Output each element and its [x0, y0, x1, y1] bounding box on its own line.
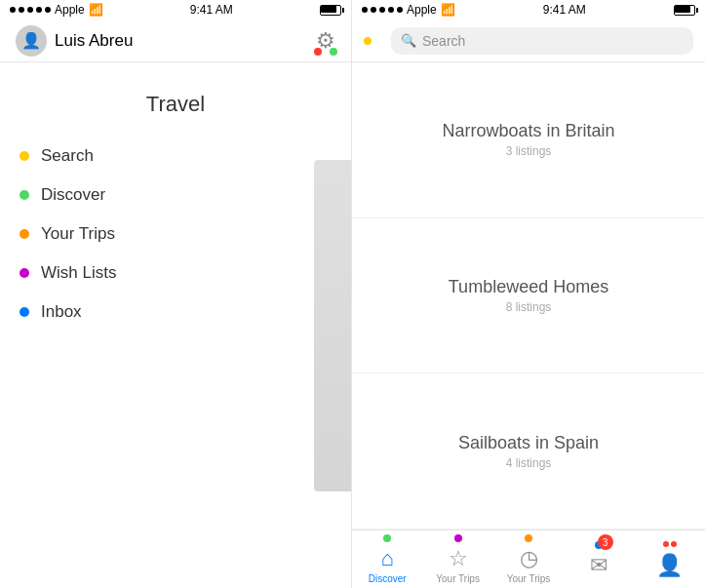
listing-count-tumbleweed: 8 listings [506, 300, 552, 314]
wish-lists-dot [20, 268, 29, 278]
search-dot [20, 151, 29, 161]
left-battery-icon [320, 5, 341, 16]
sidebar-content: Travel Search Discover Your Trips Wish L… [0, 62, 351, 588]
sidebar-item-search-label: Search [41, 146, 94, 166]
profile-dots [663, 541, 677, 549]
tab-your-trips-1-dot [454, 534, 462, 542]
right-panel: Apple 📶 9:41 AM 🔍 Search Narrowboats in … [352, 0, 705, 588]
left-carrier-area: Apple 📶 [10, 3, 103, 17]
right-signal-dots [362, 7, 403, 13]
sidebar-item-your-trips[interactable]: Your Trips [20, 215, 332, 254]
right-carrier-area: Apple 📶 [362, 3, 455, 17]
signal-dots [10, 7, 51, 13]
tab-inbox[interactable]: ✉ 3 [564, 530, 634, 588]
signal-dot-2 [19, 7, 24, 13]
left-wifi-icon: 📶 [89, 3, 103, 17]
listing-count-sailboats: 4 listings [506, 456, 552, 470]
discover-dot [20, 190, 29, 200]
your-trips-2-tab-icon: ◷ [520, 546, 538, 571]
header-green-dot [330, 48, 337, 56]
listing-item-narrowboats[interactable]: Narrowboats in Britain 3 listings [352, 62, 705, 218]
search-bar-row: 🔍 Search [352, 20, 705, 62]
tab-profile-dot-2 [671, 541, 677, 547]
right-wifi-icon: 📶 [441, 3, 455, 17]
right-time: 9:41 AM [543, 3, 586, 17]
search-bar[interactable]: 🔍 Search [391, 27, 693, 55]
sidebar-title: Travel [0, 92, 351, 117]
scroll-indicator [314, 160, 351, 491]
left-status-bar: Apple 📶 9:41 AM [0, 0, 351, 20]
battery-fill [321, 6, 336, 13]
sidebar-item-discover[interactable]: Discover [20, 176, 332, 215]
right-battery-icon [674, 5, 695, 16]
right-status-bar: Apple 📶 9:41 AM [352, 0, 705, 20]
user-name: Luis Abreu [55, 31, 133, 51]
listings-area: Narrowboats in Britain 3 listings Tumble… [352, 62, 705, 529]
left-header: 👤 Luis Abreu ⚙ [0, 20, 351, 62]
left-time: 9:41 AM [190, 3, 233, 17]
sidebar-item-search[interactable]: Search [20, 137, 332, 176]
listing-item-tumbleweed[interactable]: Tumbleweed Homes 8 listings [352, 218, 705, 374]
header-red-dot [314, 48, 322, 56]
right-signal-dot-4 [388, 7, 394, 13]
tab-profile-dot-1 [663, 541, 669, 547]
tab-bar: ⌂ Discover ☆ Your Trips ◷ Your Trips ✉ 3 [352, 529, 705, 588]
sidebar-item-inbox[interactable]: Inbox [20, 293, 332, 332]
signal-dot-3 [27, 7, 33, 13]
inbox-dot [20, 307, 29, 317]
profile-tab-icon: 👤 [656, 553, 683, 578]
listing-title-tumbleweed: Tumbleweed Homes [449, 277, 608, 297]
tab-discover-label: Discover [369, 573, 407, 584]
discover-tab-icon: ⌂ [381, 546, 394, 571]
search-icon: 🔍 [401, 33, 416, 48]
tab-discover[interactable]: ⌂ Discover [352, 530, 422, 588]
yellow-dot-top [364, 37, 372, 45]
avatar: 👤 [16, 25, 47, 57]
right-signal-dot-3 [379, 7, 385, 13]
your-trips-dot [20, 229, 29, 239]
avatar-icon: 👤 [21, 31, 41, 50]
right-signal-dot-1 [362, 7, 368, 13]
listing-title-narrowboats: Narrowboats in Britain [442, 121, 614, 141]
signal-dot-4 [36, 7, 42, 13]
left-carrier-name: Apple [55, 3, 85, 17]
left-panel: Apple 📶 9:41 AM 👤 Luis Abreu ⚙ Travel Se… [0, 0, 352, 588]
tab-your-trips-1-label: Your Trips [436, 573, 480, 584]
right-signal-dot-5 [397, 7, 403, 13]
inbox-tab-icon: ✉ [590, 553, 607, 578]
tab-your-trips-2-label: Your Trips [507, 573, 551, 584]
right-battery-fill [675, 6, 690, 13]
sidebar-item-wish-lists-label: Wish Lists [41, 263, 116, 283]
sidebar-item-inbox-label: Inbox [41, 302, 82, 322]
sidebar-item-discover-label: Discover [41, 185, 105, 205]
search-placeholder: Search [422, 33, 465, 49]
tab-your-trips-2-dot [525, 534, 532, 542]
sidebar-menu: Search Discover Your Trips Wish Lists In… [0, 137, 351, 332]
tab-your-trips-1[interactable]: ☆ Your Trips [422, 530, 492, 588]
avatar-area: 👤 Luis Abreu [16, 25, 133, 57]
sidebar-item-your-trips-label: Your Trips [41, 224, 115, 244]
right-signal-dot-2 [371, 7, 376, 13]
your-trips-1-tab-icon: ☆ [449, 546, 468, 571]
tab-profile[interactable]: 👤 [635, 530, 705, 588]
signal-dot-5 [45, 7, 51, 13]
tab-your-trips-2[interactable]: ◷ Your Trips [493, 530, 564, 588]
sidebar-item-wish-lists[interactable]: Wish Lists [20, 254, 332, 293]
inbox-badge: 3 [598, 534, 613, 550]
right-carrier-name: Apple [407, 3, 437, 17]
tab-discover-dot [383, 534, 391, 542]
listing-item-sailboats[interactable]: Sailboats in Spain 4 listings [352, 373, 705, 529]
listing-count-narrowboats: 3 listings [506, 144, 552, 158]
gear-area[interactable]: ⚙ [316, 28, 335, 54]
signal-dot-1 [10, 7, 16, 13]
listing-title-sailboats: Sailboats in Spain [458, 433, 599, 453]
